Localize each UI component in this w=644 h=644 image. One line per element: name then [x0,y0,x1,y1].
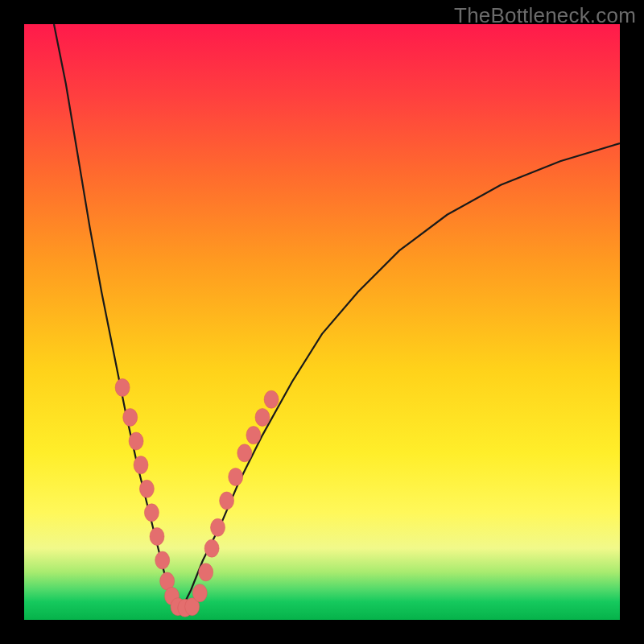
marker-point [229,468,243,485]
curve-layer [24,24,620,620]
right-curve [179,143,620,614]
marker-point [204,539,219,557]
plot-area [24,24,620,620]
marker-point [211,518,225,536]
marker-point [255,408,270,426]
marker-point [199,564,213,581]
marker-point [264,390,279,408]
marker-point [115,378,130,396]
marker-point [155,551,170,569]
marker-point [246,427,261,444]
marker-point [134,456,148,474]
marker-point [129,432,143,450]
chart-frame: TheBottleneck.com [0,0,644,644]
marker-point [220,492,234,510]
marker-point [192,584,207,602]
right-arm-path [179,143,620,614]
marker-group [115,378,279,617]
left-arm-path [54,24,179,614]
marker-point [123,408,138,426]
marker-point [139,480,154,497]
left-curve [54,24,179,614]
marker-point [237,444,252,462]
marker-point [144,504,159,522]
watermark-text: TheBottleneck.com [454,3,636,28]
marker-point [150,527,164,545]
